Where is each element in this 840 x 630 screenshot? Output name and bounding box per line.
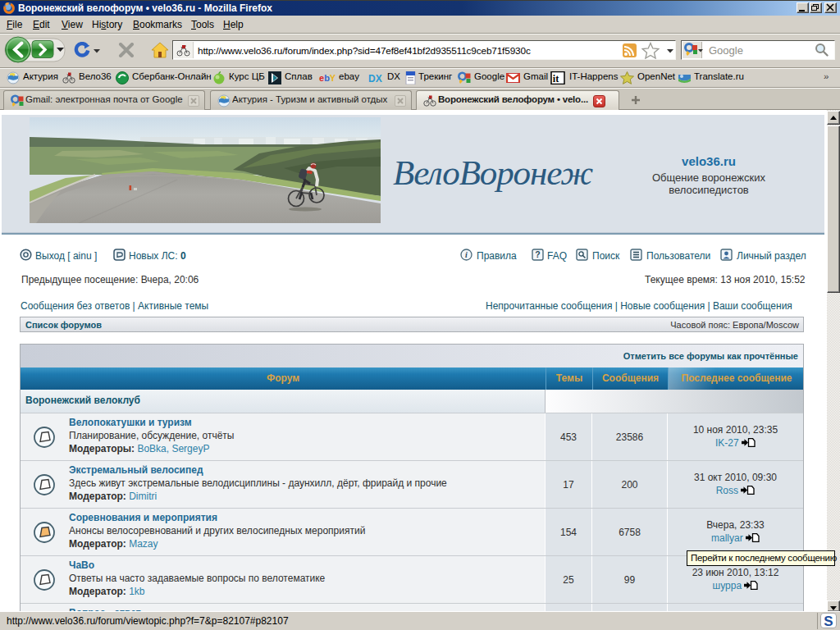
svg-text:ebY: ebY bbox=[319, 73, 336, 83]
svg-text:?: ? bbox=[535, 249, 540, 259]
svg-text:S: S bbox=[824, 614, 833, 628]
svg-text:i: i bbox=[465, 250, 468, 259]
svg-text:it: it bbox=[553, 73, 559, 84]
svg-text:DX: DX bbox=[368, 73, 382, 84]
